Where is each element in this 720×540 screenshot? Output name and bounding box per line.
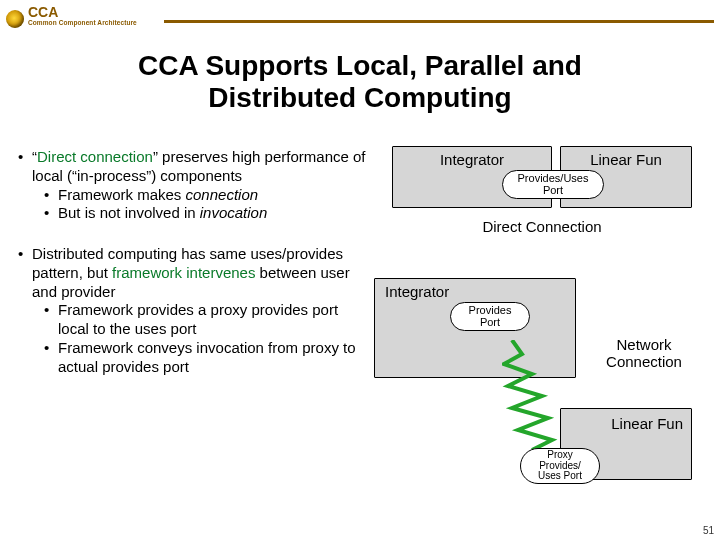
diagram-direct-connection: Integrator Linear Fun Provides/Uses Port… [392,146,692,266]
bullet-2-subs: • Framework provides a proxy provides po… [44,301,370,376]
diagram-column: Integrator Linear Fun Provides/Uses Port… [370,148,702,520]
bullet-1-subs: • Framework makes connection • But is no… [44,186,370,224]
italic-span: connection [186,186,259,203]
d2-proxy-port-pill: Proxy Provides/ Uses Port [520,448,600,484]
text-span: Framework makes [58,186,186,203]
d2-network-label: Network Connection [590,336,698,371]
header-rule [164,20,714,23]
bullet-dot: • [44,186,58,205]
bullet-2-sub-1: Framework provides a proxy provides port… [58,301,370,339]
bullet-dot: • [44,339,58,377]
bullet-1-green: Direct connection [37,148,153,165]
slide-header: CCA Common Component Architecture [4,4,716,34]
logo-abbrev: CCA [28,4,58,20]
bullet-1: • “Direct connection” preserves high per… [18,148,370,223]
d1-caption: Direct Connection [392,218,692,235]
bullet-2-text: Distributed computing has same uses/prov… [32,245,370,301]
d1-label-linearfun: Linear Fun [561,151,691,168]
bullet-1-sub-2: But is not involved in invocation [58,204,267,223]
bullet-dot: • [18,245,32,301]
bullet-dot: • [44,301,58,339]
text-span: But is not involved in [58,204,200,221]
page-number: 51 [703,525,714,536]
title-line2: Distributed Computing [208,82,511,113]
bullet-1-text: “Direct connection” preserves high perfo… [32,148,370,186]
slide-title: CCA Supports Local, Parallel and Distrib… [0,50,720,114]
d2-label-integrator: Integrator [375,283,575,300]
logo-subtitle: Common Component Architecture [28,19,137,26]
bullet-2-green: framework intervenes [112,264,255,281]
d1-port-pill: Provides/Uses Port [502,170,604,199]
body-columns: • “Direct connection” preserves high per… [18,148,702,520]
bullet-dot: • [44,204,58,223]
bullet-2-sub-2: Framework conveys invocation from proxy … [58,339,370,377]
bullet-1-sub-1: Framework makes connection [58,186,258,205]
d2-provides-port-pill: Provides Port [450,302,530,331]
title-line1: CCA Supports Local, Parallel and [138,50,582,81]
bullet-2: • Distributed computing has same uses/pr… [18,245,370,376]
diagram-network-connection: Integrator Provides Port Linear Fun Prox… [370,278,692,508]
italic-span: invocation [200,204,268,221]
d1-label-integrator: Integrator [393,151,551,168]
logo-icon [6,10,24,28]
bullet-dot: • [18,148,32,186]
d2-label-linearfun: Linear Fun [561,415,691,432]
bullet-column: • “Direct connection” preserves high per… [18,148,370,520]
